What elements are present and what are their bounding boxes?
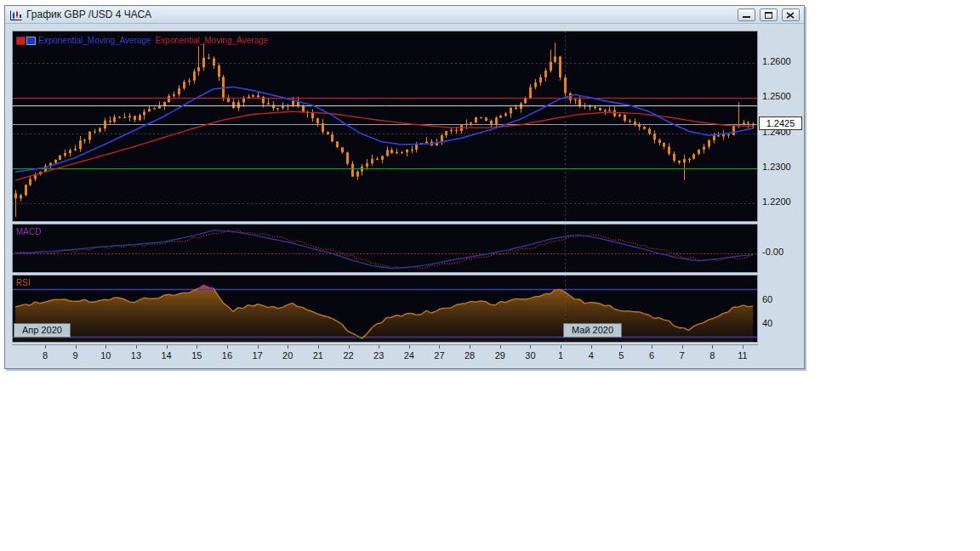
time-tick-mark xyxy=(652,345,652,349)
time-axis-label: 11 xyxy=(738,350,747,361)
price-axis-label: 1.2500 xyxy=(762,91,791,101)
time-tick-mark xyxy=(76,345,77,349)
time-tick-mark xyxy=(288,345,288,349)
macd-axis-label: -0.00 xyxy=(762,247,783,257)
time-tick-mark xyxy=(45,345,46,349)
time-tick-mark xyxy=(439,345,440,349)
time-axis-label: 22 xyxy=(343,350,353,361)
time-tick-mark xyxy=(470,345,470,349)
macd-label: MACD xyxy=(16,227,41,236)
time-axis-label: 16 xyxy=(222,350,232,361)
close-button[interactable] xyxy=(782,9,800,21)
time-axis-label: 20 xyxy=(282,350,293,361)
macd-panel[interactable]: MACD xyxy=(12,224,758,273)
indicator-legend: Exponential_Moving_Average Exponential_M… xyxy=(16,36,268,45)
blue-marker-icon[interactable] xyxy=(26,37,36,45)
time-axis-label: 28 xyxy=(464,350,475,361)
time-tick-mark xyxy=(561,345,561,349)
time-tick-mark xyxy=(167,345,168,349)
time-tick-mark xyxy=(712,345,713,349)
price-axis[interactable]: 1.2425 1.26001.25001.24001.23001.2200-0.… xyxy=(759,24,804,368)
time-tick-mark xyxy=(197,345,197,349)
time-tick-mark xyxy=(530,345,531,349)
rsi-axis-label: 40 xyxy=(762,318,772,328)
ema-fast-legend-label: Exponential_Moving_Average xyxy=(38,36,151,45)
time-axis-label: 30 xyxy=(525,350,535,361)
time-axis-label: 10 xyxy=(100,350,111,361)
time-tick-mark xyxy=(409,345,410,349)
price-chart-canvas[interactable] xyxy=(13,31,757,221)
window-titlebar[interactable]: График GBP /USD 4 ЧАСА xyxy=(5,6,804,24)
time-tick-mark xyxy=(349,345,350,349)
close-icon xyxy=(786,12,795,20)
current-price-tag: 1.2425 xyxy=(759,116,802,130)
time-axis-label: 4 xyxy=(589,350,594,361)
red-marker-icon[interactable] xyxy=(16,37,26,45)
time-tick-mark xyxy=(500,345,501,349)
chart-app-icon xyxy=(9,9,22,20)
time-axis-label: 14 xyxy=(161,350,171,361)
price-axis-label: 1.2200 xyxy=(762,196,791,207)
minimize-icon xyxy=(743,16,750,18)
time-axis-label: 5 xyxy=(618,350,624,361)
rsi-axis-label: 60 xyxy=(762,294,772,304)
time-axis-label: 6 xyxy=(649,350,654,361)
time-axis-label: 23 xyxy=(373,350,384,361)
rsi-canvas[interactable] xyxy=(13,276,757,342)
time-axis-label: 17 xyxy=(252,350,262,361)
time-axis-label: 13 xyxy=(131,350,141,361)
time-axis-label: 8 xyxy=(709,350,715,361)
month-badge-may: Май 2020 xyxy=(563,323,622,338)
minimize-button[interactable] xyxy=(738,9,755,21)
price-axis-label: 1.2600 xyxy=(762,56,791,66)
time-tick-mark xyxy=(318,345,319,349)
ema-slow-legend-label: Exponential_Moving_Average xyxy=(156,36,269,45)
window-title: График GBP /USD 4 ЧАСА xyxy=(26,9,733,20)
time-axis-label: 7 xyxy=(680,350,685,361)
rsi-label: RSI xyxy=(16,278,31,287)
time-axis-label: 21 xyxy=(313,350,323,361)
time-axis-label: 8 xyxy=(43,350,48,361)
time-axis-label: 27 xyxy=(434,350,444,361)
time-tick-mark xyxy=(379,345,379,349)
time-tick-mark xyxy=(136,345,137,349)
macd-canvas[interactable] xyxy=(13,224,757,272)
maximize-icon xyxy=(765,12,772,19)
time-tick-mark xyxy=(621,345,622,349)
rsi-panel[interactable]: RSI xyxy=(12,275,758,343)
time-tick-mark xyxy=(105,345,106,349)
time-axis-label: 9 xyxy=(73,350,78,361)
price-axis-label: 1.2300 xyxy=(762,162,791,172)
time-axis-label: 24 xyxy=(404,350,414,361)
time-tick-mark xyxy=(682,345,683,349)
time-axis[interactable]: 8910131415161720212223242728293014567811 xyxy=(12,344,758,366)
price-panel[interactable]: Exponential_Moving_Average Exponential_M… xyxy=(12,31,758,222)
time-axis-label: 15 xyxy=(191,350,202,361)
maximize-button[interactable] xyxy=(760,9,778,21)
month-badge-april: Апр 2020 xyxy=(14,323,71,338)
chart-window: График GBP /USD 4 ЧАСА Exponential_Movin… xyxy=(4,5,805,369)
time-tick-mark xyxy=(743,345,744,349)
chart-area: Exponential_Moving_Average Exponential_M… xyxy=(5,24,804,368)
time-tick-mark xyxy=(591,345,592,349)
time-axis-label: 1 xyxy=(558,350,563,361)
time-tick-mark xyxy=(227,345,228,349)
time-tick-mark xyxy=(258,345,259,349)
time-axis-label: 29 xyxy=(495,350,505,361)
